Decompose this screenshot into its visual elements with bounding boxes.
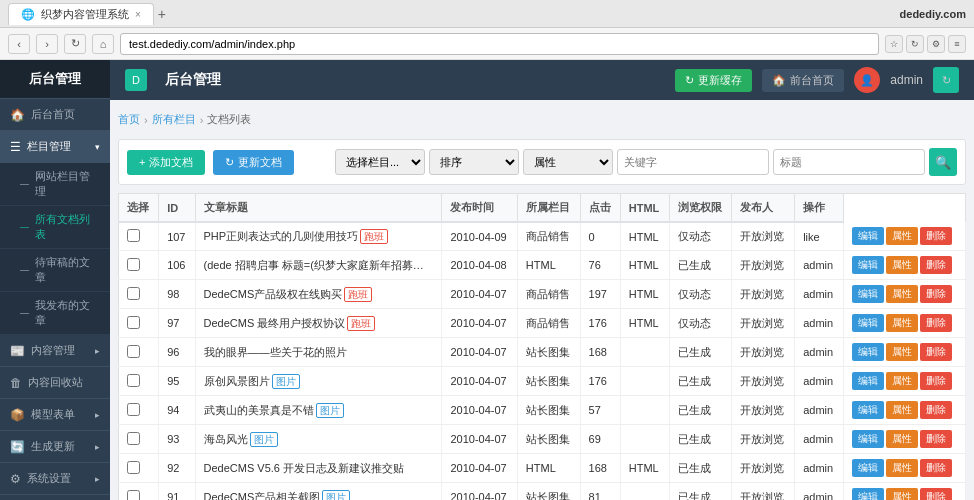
row-checkbox[interactable]: [127, 345, 140, 358]
sidebar-item-generate[interactable]: 🔄 生成更新 ▸: [0, 431, 110, 463]
url-input[interactable]: [120, 33, 879, 55]
edit-button[interactable]: 编辑: [852, 430, 884, 448]
sort-filter[interactable]: 排序: [429, 149, 519, 175]
edit-button[interactable]: 编辑: [852, 372, 884, 390]
row-checkbox[interactable]: [127, 287, 140, 300]
search-button[interactable]: 🔍: [929, 148, 957, 176]
row-status: 已生成: [669, 338, 732, 367]
attr-button[interactable]: 属性: [886, 372, 918, 390]
row-checkbox[interactable]: [127, 229, 140, 242]
title-input[interactable]: [773, 149, 925, 175]
update-doc-button[interactable]: ↻ 更新文档: [213, 150, 294, 175]
row-actions: 编辑属性删除: [843, 280, 966, 309]
attr-button[interactable]: 属性: [886, 256, 918, 274]
row-checkbox[interactable]: [127, 490, 140, 501]
edit-button[interactable]: 编辑: [852, 227, 884, 245]
edit-button[interactable]: 编辑: [852, 256, 884, 274]
row-id: 95: [159, 367, 195, 396]
attr-button[interactable]: 属性: [886, 430, 918, 448]
attr-button[interactable]: 属性: [886, 227, 918, 245]
refresh-page-button[interactable]: ↻: [933, 67, 959, 93]
delete-button[interactable]: 删除: [920, 343, 952, 361]
delete-button[interactable]: 删除: [920, 430, 952, 448]
attr-button[interactable]: 属性: [886, 314, 918, 332]
add-doc-button[interactable]: + 添加文档: [127, 150, 205, 175]
row-checkbox[interactable]: [127, 432, 140, 445]
row-status: 已生成: [669, 367, 732, 396]
refresh-addr-icon[interactable]: ↻: [906, 35, 924, 53]
keyword-input[interactable]: [617, 149, 769, 175]
frontend-home-button[interactable]: 🏠 前台首页: [762, 69, 844, 92]
row-status: 仅动态: [669, 309, 732, 338]
save-cache-button[interactable]: ↻ 更新缓存: [675, 69, 752, 92]
edit-button[interactable]: 编辑: [852, 459, 884, 477]
category-filter[interactable]: 选择栏目...: [335, 149, 425, 175]
row-checkbox[interactable]: [127, 316, 140, 329]
edit-button[interactable]: 编辑: [852, 401, 884, 419]
delete-button[interactable]: 删除: [920, 488, 952, 500]
edit-button[interactable]: 编辑: [852, 314, 884, 332]
row-checkbox[interactable]: [127, 403, 140, 416]
settings-addr-icon[interactable]: ⚙: [927, 35, 945, 53]
delete-button[interactable]: 删除: [920, 401, 952, 419]
row-perm: 开放浏览: [732, 454, 795, 483]
reload-button[interactable]: ↻: [64, 34, 86, 54]
avatar-img: 👤: [860, 74, 874, 87]
row-hits: 57: [580, 396, 620, 425]
row-html: HTML: [620, 454, 669, 483]
row-actions: 编辑属性删除: [843, 454, 966, 483]
row-author: admin: [795, 280, 843, 309]
delete-button[interactable]: 删除: [920, 256, 952, 274]
row-category: HTML: [517, 454, 580, 483]
sidebar-item-content[interactable]: 📰 内容管理 ▸: [0, 335, 110, 367]
delete-button[interactable]: 删除: [920, 459, 952, 477]
save-icon: ↻: [685, 74, 694, 87]
table-row: 107PHP正则表达式的几则使用技巧跑班2010-04-09商品销售0HTML仅…: [119, 222, 966, 251]
content-label: 内容管理: [31, 343, 75, 358]
edit-button[interactable]: 编辑: [852, 343, 884, 361]
bookmark-icon[interactable]: ☆: [885, 35, 903, 53]
delete-button[interactable]: 删除: [920, 372, 952, 390]
sidebar-item-column[interactable]: ☰ 栏目管理 ▾: [0, 131, 110, 163]
sidebar-item-home[interactable]: 🏠 后台首页: [0, 99, 110, 131]
row-checkbox[interactable]: [127, 461, 140, 474]
delete-button[interactable]: 删除: [920, 314, 952, 332]
column-mgr-label: 网站栏目管理: [35, 169, 100, 199]
attr-filter[interactable]: 属性: [523, 149, 613, 175]
add-icon: +: [139, 156, 145, 168]
sidebar-item-column-mgr[interactable]: 网站栏目管理: [0, 163, 110, 206]
row-actions: 编辑属性删除: [843, 483, 966, 501]
row-html: [620, 425, 669, 454]
sidebar-item-model[interactable]: 📦 模型表单 ▸: [0, 399, 110, 431]
sidebar-item-module[interactable]: 🧩 模块管理 ▸: [0, 495, 110, 500]
sidebar-item-my-articles[interactable]: 我发布的文章: [0, 292, 110, 335]
sidebar-item-pending[interactable]: 待审稿的文章: [0, 249, 110, 292]
attr-button[interactable]: 属性: [886, 285, 918, 303]
row-checkbox[interactable]: [127, 374, 140, 387]
attr-button[interactable]: 属性: [886, 488, 918, 500]
back-button[interactable]: ‹: [8, 34, 30, 54]
breadcrumb-columns[interactable]: 所有栏目: [152, 112, 196, 127]
delete-button[interactable]: 删除: [920, 227, 952, 245]
row-checkbox[interactable]: [127, 258, 140, 271]
sidebar-item-settings[interactable]: ⚙ 系统设置 ▸: [0, 463, 110, 495]
sidebar-column-submenu: 网站栏目管理 所有文档列表 待审稿的文章 我发布的文章: [0, 163, 110, 335]
attr-button[interactable]: 属性: [886, 401, 918, 419]
delete-button[interactable]: 删除: [920, 285, 952, 303]
attr-button[interactable]: 属性: [886, 459, 918, 477]
page-content: 首页 › 所有栏目 › 文档列表 + 添加文档 ↻ 更新文档 选择栏目...: [110, 100, 974, 500]
tab-close-icon[interactable]: ×: [135, 9, 141, 20]
forward-button[interactable]: ›: [36, 34, 58, 54]
edit-button[interactable]: 编辑: [852, 488, 884, 500]
home-button[interactable]: ⌂: [92, 34, 114, 54]
browser-tab[interactable]: 🌐 织梦内容管理系统 ×: [8, 3, 154, 25]
table-header-row: 选择 ID 文章标题 发布时间 所属栏目 点击 HTML 浏览权限 发布人 操作: [119, 194, 966, 223]
sidebar-item-recycle[interactable]: 🗑 内容回收站: [0, 367, 110, 399]
menu-addr-icon[interactable]: ≡: [948, 35, 966, 53]
sidebar-item-article-list[interactable]: 所有文档列表: [0, 206, 110, 249]
new-tab-button[interactable]: +: [158, 6, 166, 22]
edit-button[interactable]: 编辑: [852, 285, 884, 303]
breadcrumb-home[interactable]: 首页: [118, 112, 140, 127]
row-title: 武夷山的美景真是不错图片: [195, 396, 442, 425]
attr-button[interactable]: 属性: [886, 343, 918, 361]
